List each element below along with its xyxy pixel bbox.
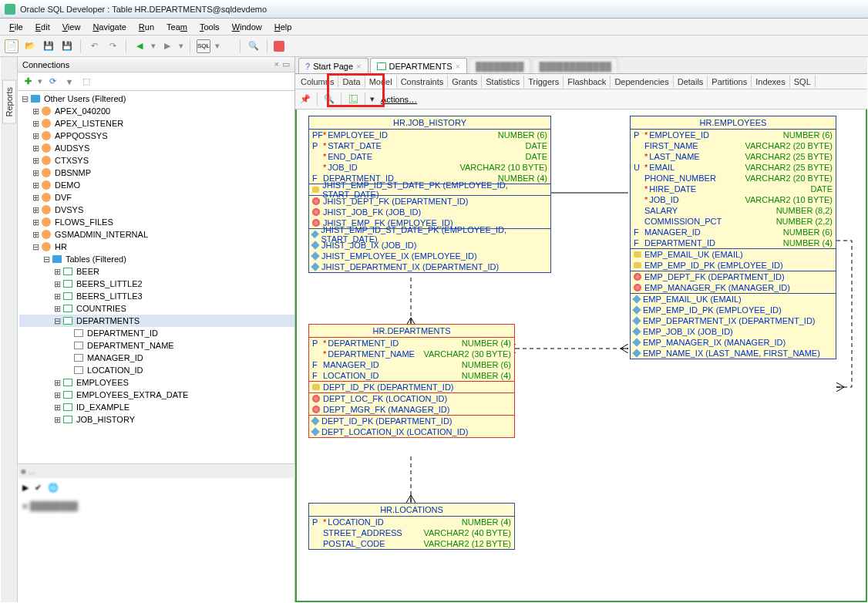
stop-icon[interactable] [274,41,284,52]
tree-item[interactable]: ⊞EMPLOYEES [19,376,294,389]
entity-job-history[interactable]: HR.JOB_HISTORYPF*EMPLOYEE_IDNUMBER (6)P*… [308,116,551,273]
close-icon[interactable]: × [456,62,460,71]
save-icon[interactable]: 💾 [42,39,56,53]
fk-icon [634,273,641,281]
undo-icon[interactable]: ↶ [87,39,101,53]
tree-item[interactable]: ⊟Tables (Filtered) [19,253,294,265]
tab-departments[interactable]: DEPARTMENTS × [370,58,468,73]
tree-item[interactable]: ⊞BEER [19,265,294,278]
filter-icon[interactable]: ▼ [62,75,76,89]
entity-column: FLOCATION_IDNUMBER (4) [309,370,514,381]
collapse-icon[interactable]: ⬚ [79,75,93,89]
menu-file[interactable]: File [5,21,28,33]
side-tab-reports[interactable]: Reports [2,80,16,124]
menu-window[interactable]: Window [227,21,267,33]
sub-tab-details[interactable]: Details [674,76,708,88]
key-icon [312,384,320,390]
tree-item[interactable]: ⊞AUDSYS [19,142,294,154]
model-icon[interactable]: ⿺ [346,93,360,106]
tree-item[interactable]: ⊞ID_EXAMPLE [19,401,294,413]
menu-navigate[interactable]: Navigate [88,21,130,33]
connections-tree[interactable]: ⊟Other Users (Filtered)⊞APEX_040200⊞APEX… [18,91,294,463]
entity-column: *DEPARTMENT_NAMEVARCHAR2 (30 BYTE) [309,349,514,359]
tab-ghost-2[interactable]: ████████████ [532,58,618,73]
sub-tab-grants[interactable]: Grants [448,76,482,88]
tree-item[interactable]: ⊞APEX_LISTENER [19,117,294,130]
sub-tab-model[interactable]: Model [365,76,397,88]
sub-tab-data[interactable]: Data [338,76,365,88]
tree-item[interactable]: ⊞GSMADMIN_INTERNAL [19,228,294,241]
entity-column: FDEPARTMENT_IDNUMBER (4) [631,237,836,248]
tree-item[interactable]: LOCATION_ID [19,364,294,376]
sub-tab-triggers[interactable]: Triggers [524,76,564,88]
er-diagram-canvas[interactable]: HR.JOB_HISTORYPF*EMPLOYEE_IDNUMBER (6)P*… [295,109,867,602]
entity-fk: JHIST_JOB_FK (JOB_ID) [309,207,550,217]
user-icon [42,230,51,239]
zoom-icon[interactable]: 🔍 [322,93,336,106]
entity-column: P*LOCATION_IDNUMBER (4) [309,517,514,527]
tree-item[interactable]: MANAGER_ID [19,352,294,364]
tree-item[interactable]: ⊞DBSNMP [19,167,294,179]
connections-title: Connections [22,60,69,69]
panel-dock-icon[interactable]: ▭ [282,59,290,69]
tree-item[interactable]: ⊞APEX_040200 [19,105,294,117]
pin-icon[interactable]: 📌 [298,93,312,106]
back-icon[interactable]: ◀ [133,39,146,53]
tree-item[interactable]: ⊞BEERS_LITTLE2 [19,278,294,290]
tree-item[interactable]: ⊟DEPARTMENTS [19,315,294,327]
column-icon [74,342,83,349]
tree-item[interactable]: ⊞DEMO [19,179,294,191]
open-icon[interactable]: 📂 [23,39,37,53]
tab-start-page[interactable]: ? Start Page × [298,58,368,73]
entity-employees[interactable]: HR.EMPLOYEESP*EMPLOYEE_IDNUMBER (6)FIRST… [630,116,836,359]
tree-item[interactable]: DEPARTMENT_NAME [19,339,294,352]
sub-tab-indexes[interactable]: Indexes [752,76,790,88]
menu-run[interactable]: Run [134,21,159,33]
refresh-icon[interactable]: ⟳ [45,75,59,89]
entity-departments[interactable]: HR.DEPARTMENTSP*DEPARTMENT_IDNUMBER (4)*… [308,324,515,438]
tree-item[interactable]: ⊞COUNTRIES [19,302,294,315]
tab-ghost-1[interactable]: ████████ [469,58,530,73]
tree-item[interactable]: ⊞EMPLOYEES_EXTRA_DATE [19,389,294,401]
forward-icon[interactable]: ▶ [160,39,174,53]
sub-tab-partitions[interactable]: Partitions [708,76,752,88]
tree-item[interactable]: ⊟HR [19,241,294,253]
sub-tab-constraints[interactable]: Constraints [397,76,449,88]
saveall-icon[interactable]: 💾 [60,39,74,53]
fk-icon [312,219,320,227]
tree-item[interactable]: ⊟Other Users (Filtered) [19,93,294,105]
fk-icon [634,284,641,291]
tree-item[interactable]: ⊞FLOWS_FILES [19,216,294,228]
find-icon[interactable]: 🔍 [247,39,261,53]
tree-item[interactable]: ⊞JOB_HISTORY [19,413,294,426]
menu-tools[interactable]: Tools [195,21,224,33]
menu-team[interactable]: Team [162,21,192,33]
sub-tab-dependencies[interactable]: Dependencies [611,76,673,88]
tree-item[interactable]: ⊞DVF [19,191,294,204]
sql-icon[interactable]: SQL [197,39,210,53]
redo-icon[interactable]: ↷ [106,39,119,53]
sub-tab-flashback[interactable]: Flashback [564,76,611,88]
entity-locations[interactable]: HR.LOCATIONSP*LOCATION_IDNUMBER (4)STREE… [308,503,515,550]
menu-edit[interactable]: Edit [31,21,55,33]
menu-view[interactable]: View [58,21,86,33]
sub-tab-statistics[interactable]: Statistics [482,76,524,88]
tree-item[interactable]: ⊞BEERS_LITTLE3 [19,290,294,302]
panel-minimize-icon[interactable]: × [274,59,279,69]
actions-menu[interactable]: Actions… [378,95,420,104]
dropdown-icon[interactable]: ▾ [370,94,375,104]
new-icon[interactable]: 📄 [5,39,19,53]
sub-tab-columns[interactable]: Columns [297,76,338,88]
new-connection-icon[interactable]: ✚ [21,75,35,89]
close-icon[interactable]: × [356,62,361,71]
sub-tab-sql[interactable]: SQL [790,76,816,88]
tree-item[interactable]: ⊞CTXSYS [19,154,294,167]
tree-item[interactable]: DEPARTMENT_ID [19,327,294,339]
tree-item[interactable]: ⊞DVSYS [19,204,294,216]
entity-index: DEPT_ID_PK (DEPARTMENT_ID) [309,416,514,426]
tree-item[interactable]: ⊞APPQOSSYS [19,130,294,142]
entity-index: EMP_JOB_IX (JOB_ID) [631,326,836,337]
diamond-icon [311,231,319,239]
menu-help[interactable]: Help [270,21,297,33]
entity-fk: EMP_MANAGER_FK (MANAGER_ID) [631,282,836,293]
